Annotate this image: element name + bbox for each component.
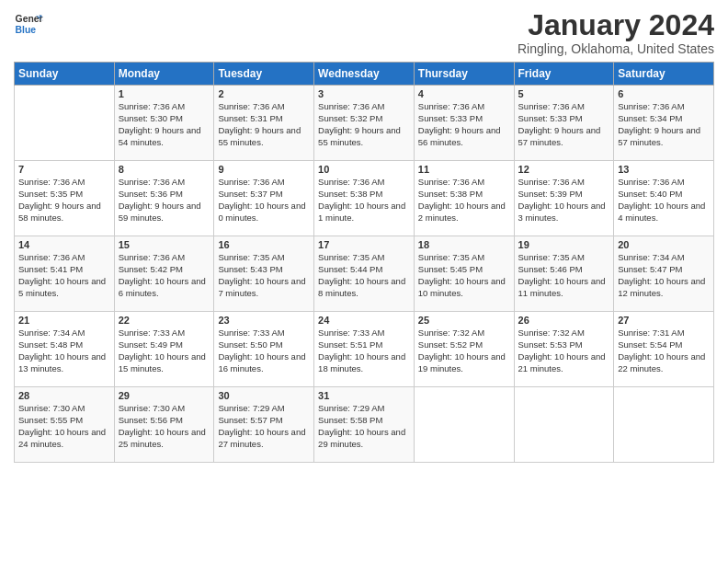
day-info: Sunrise: 7:36 AMSunset: 5:40 PMDaylight:… — [618, 177, 710, 224]
cell-w4d1: 29 Sunrise: 7:30 AMSunset: 5:56 PMDaylig… — [114, 387, 214, 463]
day-number: 16 — [218, 239, 310, 250]
location-title: Ringling, Oklahoma, United States — [518, 41, 714, 56]
day-number: 26 — [518, 315, 610, 326]
day-number: 20 — [618, 239, 710, 250]
day-number: 17 — [318, 239, 410, 250]
week-row-1: 7 Sunrise: 7:36 AMSunset: 5:35 PMDayligh… — [15, 161, 714, 236]
day-info: Sunrise: 7:36 AMSunset: 5:41 PMDaylight:… — [18, 252, 110, 299]
day-info: Sunrise: 7:36 AMSunset: 5:33 PMDaylight:… — [518, 101, 610, 148]
calendar-table: Sunday Monday Tuesday Wednesday Thursday… — [14, 62, 714, 463]
cell-w1d2: 9 Sunrise: 7:36 AMSunset: 5:37 PMDayligh… — [214, 161, 314, 236]
day-number: 3 — [318, 88, 410, 99]
day-info: Sunrise: 7:35 AMSunset: 5:46 PMDaylight:… — [518, 252, 610, 299]
day-number: 28 — [18, 390, 110, 401]
day-info: Sunrise: 7:33 AMSunset: 5:50 PMDaylight:… — [218, 327, 310, 374]
col-sunday: Sunday — [15, 63, 115, 86]
day-number: 1 — [119, 88, 210, 99]
cell-w2d2: 16 Sunrise: 7:35 AMSunset: 5:43 PMDaylig… — [214, 236, 314, 312]
day-info: Sunrise: 7:36 AMSunset: 5:35 PMDaylight:… — [18, 177, 110, 224]
week-row-0: 1 Sunrise: 7:36 AMSunset: 5:30 PMDayligh… — [15, 86, 714, 161]
col-saturday: Saturday — [614, 63, 714, 86]
day-number: 24 — [318, 315, 410, 326]
page-container: General Blue January 2024 Ringling, Okla… — [0, 0, 728, 472]
day-number: 6 — [618, 88, 710, 99]
day-info: Sunrise: 7:35 AMSunset: 5:45 PMDaylight:… — [418, 252, 510, 299]
day-number: 14 — [18, 239, 110, 250]
day-info: Sunrise: 7:36 AMSunset: 5:39 PMDaylight:… — [518, 177, 610, 224]
cell-w1d0: 7 Sunrise: 7:36 AMSunset: 5:35 PMDayligh… — [15, 161, 115, 236]
month-title: January 2024 — [518, 9, 714, 41]
logo: General Blue — [14, 9, 43, 39]
day-info: Sunrise: 7:33 AMSunset: 5:49 PMDaylight:… — [119, 327, 210, 374]
day-info: Sunrise: 7:36 AMSunset: 5:37 PMDaylight:… — [218, 177, 310, 224]
day-number: 30 — [218, 390, 310, 401]
day-number: 12 — [518, 164, 610, 175]
day-info: Sunrise: 7:35 AMSunset: 5:43 PMDaylight:… — [218, 252, 310, 299]
day-info: Sunrise: 7:29 AMSunset: 5:58 PMDaylight:… — [318, 403, 410, 450]
day-info: Sunrise: 7:34 AMSunset: 5:48 PMDaylight:… — [18, 327, 110, 374]
cell-w1d3: 10 Sunrise: 7:36 AMSunset: 5:38 PMDaylig… — [314, 161, 415, 236]
day-number: 31 — [318, 390, 410, 401]
day-number: 7 — [18, 164, 110, 175]
cell-w0d4: 4 Sunrise: 7:36 AMSunset: 5:33 PMDayligh… — [414, 86, 514, 161]
day-number: 10 — [318, 164, 410, 175]
logo-icon: General Blue — [14, 9, 43, 39]
day-number: 4 — [418, 88, 510, 99]
cell-w2d0: 14 Sunrise: 7:36 AMSunset: 5:41 PMDaylig… — [15, 236, 115, 312]
cell-w3d0: 21 Sunrise: 7:34 AMSunset: 5:48 PMDaylig… — [15, 312, 115, 387]
day-info: Sunrise: 7:36 AMSunset: 5:42 PMDaylight:… — [119, 252, 210, 299]
cell-w3d5: 26 Sunrise: 7:32 AMSunset: 5:53 PMDaylig… — [514, 312, 614, 387]
header: General Blue January 2024 Ringling, Okla… — [14, 9, 714, 56]
day-info: Sunrise: 7:30 AMSunset: 5:56 PMDaylight:… — [119, 403, 210, 450]
day-number: 2 — [218, 88, 310, 99]
cell-w0d1: 1 Sunrise: 7:36 AMSunset: 5:30 PMDayligh… — [114, 86, 214, 161]
cell-w0d6: 6 Sunrise: 7:36 AMSunset: 5:34 PMDayligh… — [614, 86, 714, 161]
day-info: Sunrise: 7:32 AMSunset: 5:52 PMDaylight:… — [418, 327, 510, 374]
cell-w1d6: 13 Sunrise: 7:36 AMSunset: 5:40 PMDaylig… — [614, 161, 714, 236]
day-info: Sunrise: 7:34 AMSunset: 5:47 PMDaylight:… — [618, 252, 710, 299]
cell-w1d1: 8 Sunrise: 7:36 AMSunset: 5:36 PMDayligh… — [114, 161, 214, 236]
cell-w0d0 — [15, 86, 115, 161]
col-thursday: Thursday — [414, 63, 514, 86]
cell-w2d3: 17 Sunrise: 7:35 AMSunset: 5:44 PMDaylig… — [314, 236, 415, 312]
day-number: 23 — [218, 315, 310, 326]
col-monday: Monday — [114, 63, 214, 86]
day-number: 11 — [418, 164, 510, 175]
cell-w2d4: 18 Sunrise: 7:35 AMSunset: 5:45 PMDaylig… — [414, 236, 514, 312]
col-tuesday: Tuesday — [214, 63, 314, 86]
cell-w4d4 — [414, 387, 514, 463]
svg-text:Blue: Blue — [16, 25, 37, 35]
day-info: Sunrise: 7:36 AMSunset: 5:36 PMDaylight:… — [119, 177, 210, 224]
header-row: Sunday Monday Tuesday Wednesday Thursday… — [15, 63, 714, 86]
day-info: Sunrise: 7:36 AMSunset: 5:30 PMDaylight:… — [119, 101, 210, 148]
day-info: Sunrise: 7:36 AMSunset: 5:38 PMDaylight:… — [318, 177, 410, 224]
day-number: 9 — [218, 164, 310, 175]
cell-w0d3: 3 Sunrise: 7:36 AMSunset: 5:32 PMDayligh… — [314, 86, 415, 161]
cell-w0d2: 2 Sunrise: 7:36 AMSunset: 5:31 PMDayligh… — [214, 86, 314, 161]
day-info: Sunrise: 7:36 AMSunset: 5:38 PMDaylight:… — [418, 177, 510, 224]
cell-w1d4: 11 Sunrise: 7:36 AMSunset: 5:38 PMDaylig… — [414, 161, 514, 236]
cell-w4d6 — [614, 387, 714, 463]
day-info: Sunrise: 7:36 AMSunset: 5:32 PMDaylight:… — [318, 101, 410, 148]
week-row-2: 14 Sunrise: 7:36 AMSunset: 5:41 PMDaylig… — [15, 236, 714, 312]
day-number: 21 — [18, 315, 110, 326]
cell-w2d1: 15 Sunrise: 7:36 AMSunset: 5:42 PMDaylig… — [114, 236, 214, 312]
day-info: Sunrise: 7:36 AMSunset: 5:34 PMDaylight:… — [618, 101, 710, 148]
day-info: Sunrise: 7:33 AMSunset: 5:51 PMDaylight:… — [318, 327, 410, 374]
day-info: Sunrise: 7:35 AMSunset: 5:44 PMDaylight:… — [318, 252, 410, 299]
cell-w0d5: 5 Sunrise: 7:36 AMSunset: 5:33 PMDayligh… — [514, 86, 614, 161]
cell-w4d0: 28 Sunrise: 7:30 AMSunset: 5:55 PMDaylig… — [15, 387, 115, 463]
cell-w3d3: 24 Sunrise: 7:33 AMSunset: 5:51 PMDaylig… — [314, 312, 415, 387]
day-number: 15 — [119, 239, 210, 250]
title-block: January 2024 Ringling, Oklahoma, United … — [518, 9, 714, 56]
day-number: 27 — [618, 315, 710, 326]
day-number: 29 — [119, 390, 210, 401]
week-row-4: 28 Sunrise: 7:30 AMSunset: 5:55 PMDaylig… — [15, 387, 714, 463]
cell-w1d5: 12 Sunrise: 7:36 AMSunset: 5:39 PMDaylig… — [514, 161, 614, 236]
day-info: Sunrise: 7:30 AMSunset: 5:55 PMDaylight:… — [18, 403, 110, 450]
day-number: 18 — [418, 239, 510, 250]
svg-text:General: General — [16, 14, 43, 24]
day-number: 25 — [418, 315, 510, 326]
day-info: Sunrise: 7:31 AMSunset: 5:54 PMDaylight:… — [618, 327, 710, 374]
day-info: Sunrise: 7:29 AMSunset: 5:57 PMDaylight:… — [218, 403, 310, 450]
